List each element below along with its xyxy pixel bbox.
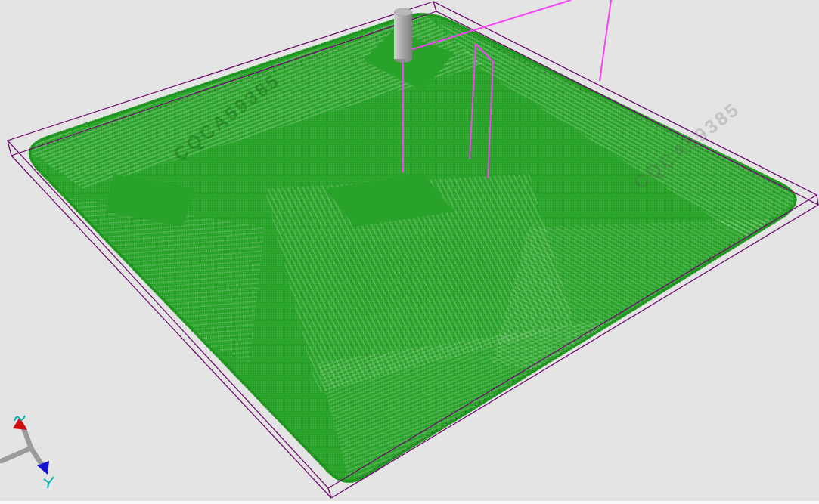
tool-cylinder[interactable]	[394, 8, 412, 63]
tool-top-cap	[394, 8, 412, 16]
rapid-line-right	[600, 0, 611, 81]
axis-label-glyph-bottom	[44, 477, 54, 488]
cam-3d-viewport[interactable]: CQCA59385 CQCA59385	[0, 0, 819, 504]
axis-arms	[2, 428, 42, 465]
tool-body	[394, 12, 412, 59]
toolpath-surface[interactable]	[0, 0, 819, 504]
stock-vertical-edge	[817, 195, 818, 205]
window-bottom-edge	[0, 501, 819, 504]
viewport-canvas[interactable]: CQCA59385 CQCA59385	[0, 0, 819, 504]
axis-triad	[2, 416, 54, 488]
